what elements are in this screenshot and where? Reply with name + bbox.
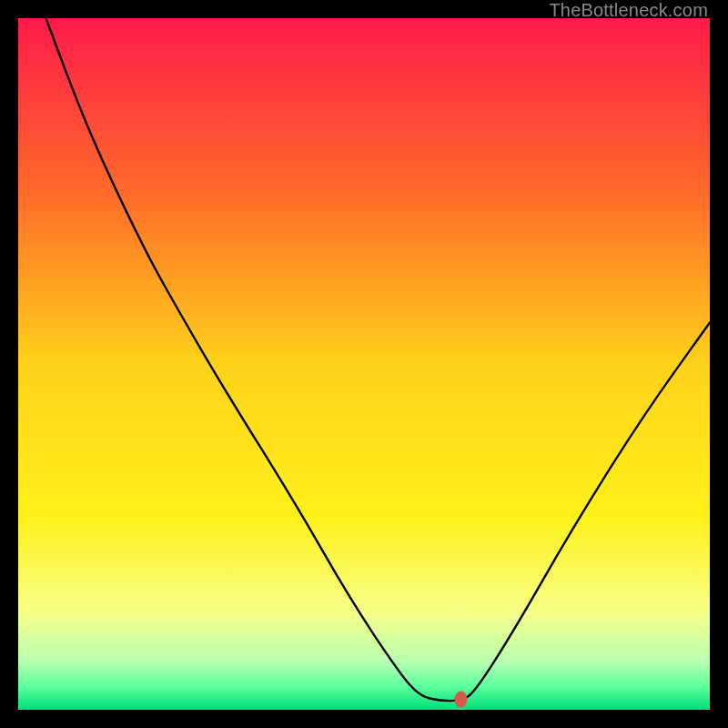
watermark-label: TheBottleneck.com: [549, 0, 708, 21]
chart-frame: [18, 18, 710, 710]
optimum-marker: [454, 692, 467, 708]
gradient-bg: [18, 18, 710, 710]
bottleneck-plot: [18, 18, 710, 710]
